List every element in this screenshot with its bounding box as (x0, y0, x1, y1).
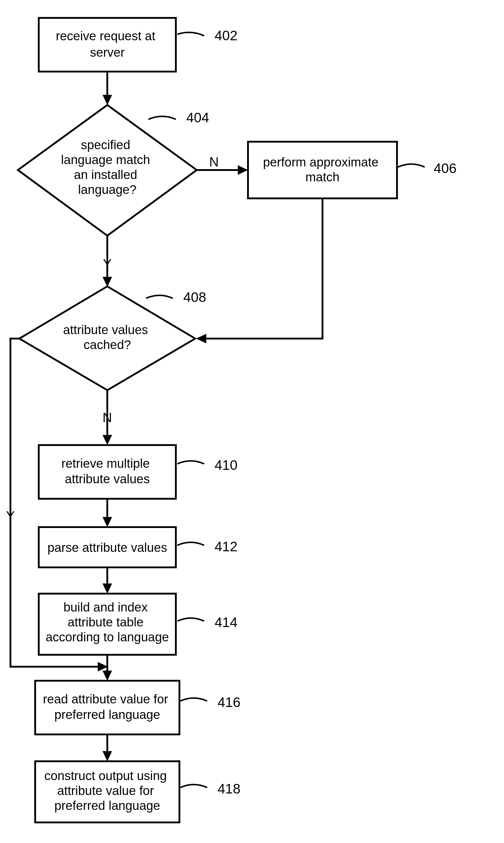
node-414: build and index attribute table accordin… (39, 593, 176, 655)
node-416-line0: read attribute value for (43, 692, 168, 706)
svg-marker-4 (103, 95, 112, 105)
edge-404-406: N (197, 155, 248, 175)
svg-text:Y: Y (6, 509, 15, 523)
label-418: 418 (180, 781, 240, 796)
svg-text:N: N (209, 155, 219, 169)
edge-410-412 (103, 499, 112, 527)
svg-text:414: 414 (215, 615, 237, 630)
svg-text:parse attribute values: parse attribute values (48, 540, 167, 554)
node-418-line1: attribute value for (57, 784, 154, 798)
label-404: 404 (148, 110, 209, 125)
node-404-line3: language? (78, 183, 137, 196)
svg-marker-22 (103, 435, 112, 445)
svg-text:412: 412 (215, 539, 237, 554)
node-404: specified language match an installed la… (18, 105, 197, 236)
svg-text:418: 418 (218, 781, 240, 796)
svg-marker-24 (98, 662, 108, 671)
node-414-line0: build and index (64, 600, 148, 614)
node-414-line1: attribute table (68, 615, 144, 629)
label-408: 408 (146, 289, 206, 305)
node-406-line0: perform approximate (263, 155, 379, 169)
edge-408-410: N (103, 390, 112, 445)
label-410: 410 (177, 457, 237, 473)
edge-402-404 (103, 72, 112, 105)
node-402-line0: receive request at (56, 29, 155, 43)
edge-404-408: Y (103, 236, 112, 287)
svg-text:402: 402 (215, 28, 237, 43)
node-418-line0: construct output using (44, 769, 167, 783)
node-410-line1: attribute values (65, 472, 150, 486)
svg-text:construct output using
      a: construct output using attribute value f… (44, 769, 170, 812)
node-412-line0: parse attribute values (48, 540, 167, 554)
node-402: receive request at server (39, 18, 176, 72)
svg-marker-30 (103, 517, 112, 527)
svg-text:410: 410 (215, 457, 237, 473)
node-404-line2: an installed (74, 168, 137, 182)
svg-text:408: 408 (183, 289, 206, 305)
node-418-line2: preferred language (55, 798, 160, 812)
node-418: construct output using attribute value f… (35, 761, 179, 822)
svg-marker-9 (238, 165, 248, 175)
node-406-line1: match (306, 170, 340, 184)
label-412: 412 (177, 539, 237, 554)
node-408-line0: attribute values (63, 323, 148, 337)
svg-text:406: 406 (434, 160, 456, 176)
flowchart: receive request at server 402 specified … (0, 0, 504, 843)
svg-text:416: 416 (218, 694, 240, 710)
svg-marker-45 (103, 751, 112, 761)
node-406: perform approximate match (248, 142, 397, 199)
label-414: 414 (177, 615, 237, 630)
node-408-line1: cached? (84, 338, 131, 352)
label-406: 406 (398, 160, 456, 176)
node-414-line2: according to language (46, 630, 169, 644)
edge-416-418 (103, 735, 112, 761)
svg-marker-40 (103, 671, 112, 681)
node-404-line0: specified (81, 138, 130, 152)
svg-marker-35 (103, 584, 112, 593)
svg-text:404: 404 (186, 110, 209, 125)
svg-marker-17 (196, 334, 206, 343)
edge-412-414 (103, 567, 112, 593)
svg-text:Y: Y (103, 257, 111, 271)
node-408: attribute values cached? (19, 286, 195, 390)
label-416: 416 (180, 694, 240, 710)
node-416-line1: preferred language (55, 708, 160, 722)
node-410: retrieve multiple attribute values (39, 445, 176, 499)
label-402: 402 (177, 28, 237, 43)
node-402-line1: server (90, 45, 125, 59)
node-412: parse attribute values (39, 527, 176, 567)
svg-rect-0 (39, 18, 176, 72)
node-404-line1: language match (61, 153, 150, 167)
edge-406-408 (196, 199, 323, 343)
node-410-line0: retrieve multiple (61, 457, 150, 470)
svg-text:N: N (103, 410, 112, 425)
node-416: read attribute value for preferred langu… (35, 681, 179, 735)
